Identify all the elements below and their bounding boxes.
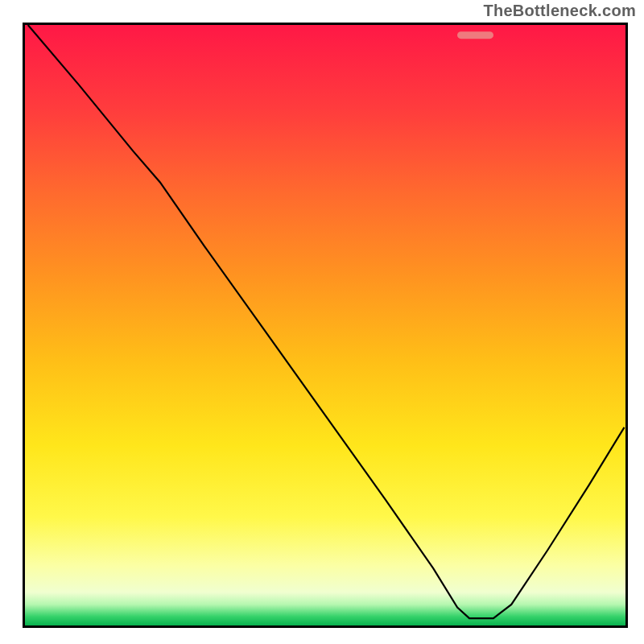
bottleneck-curve xyxy=(25,25,625,625)
chart-stage: TheBottleneck.com xyxy=(0,0,644,644)
plot-area xyxy=(23,23,628,628)
optimal-marker xyxy=(457,31,493,39)
watermark-text: TheBottleneck.com xyxy=(483,2,636,20)
